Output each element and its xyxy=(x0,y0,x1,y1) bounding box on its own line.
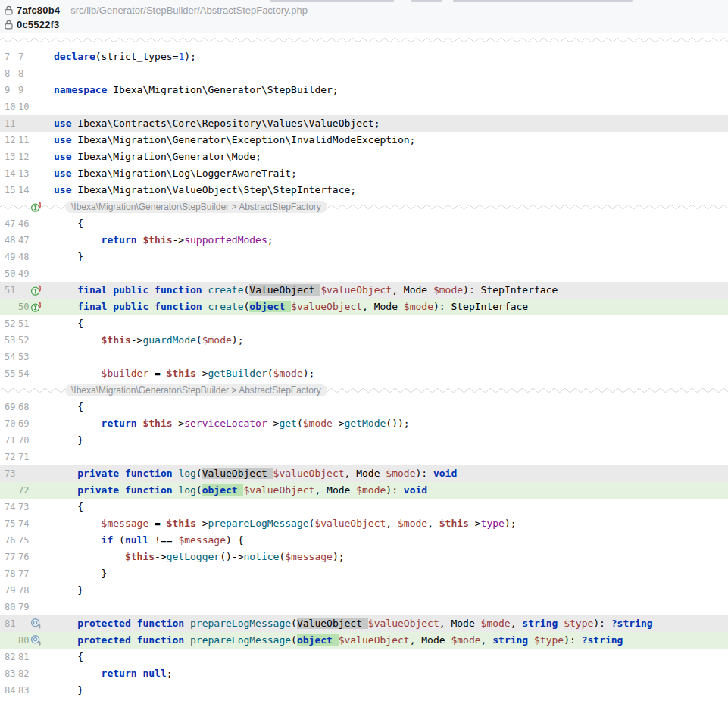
code-line[interactable]: { xyxy=(52,315,728,332)
code-line[interactable]: use Ibexa\Migration\Generator\Mode; xyxy=(52,149,728,165)
gutter-icon-slot xyxy=(30,499,52,515)
code-token: ) { xyxy=(226,534,243,546)
code-token: $this xyxy=(142,418,172,429)
code-line[interactable]: $this->getLogger()->notice($message); xyxy=(52,549,728,565)
new-line-number: 75 xyxy=(18,532,30,549)
code-line[interactable]: namespace Ibexa\Migration\Generator\Step… xyxy=(52,82,728,99)
gutter-icon-slot xyxy=(30,482,52,499)
gutter-icon-slot xyxy=(30,565,52,582)
old-line-number: 55 xyxy=(5,365,17,382)
new-line-number: 81 xyxy=(18,649,30,665)
diff-row: 80protected function prepareLogMessage(o… xyxy=(0,632,728,649)
code-token: } xyxy=(77,684,83,696)
code-line[interactable]: final public function create(ValueObject… xyxy=(52,282,728,299)
old-line-number: 74 xyxy=(5,499,17,515)
code-line[interactable]: { xyxy=(52,499,728,515)
code-token: } xyxy=(77,434,83,446)
code-line[interactable]: final public function create(object $val… xyxy=(52,299,728,315)
code-token: notice xyxy=(243,551,279,562)
diff-row: 1514use Ibexa\Migration\ValueObject\Step… xyxy=(0,182,728,199)
implements-icon[interactable] xyxy=(30,299,52,315)
diff-row: 1010 xyxy=(0,99,728,115)
code-line[interactable]: } xyxy=(52,249,728,265)
old-line-number: 82 xyxy=(5,649,17,665)
code-token: return xyxy=(102,668,137,679)
context-label[interactable]: \Ibexa\Migration\Generator\StepBuilder >… xyxy=(65,384,327,396)
code-line[interactable]: } xyxy=(52,582,728,599)
code-token: { xyxy=(77,401,83,412)
code-line[interactable] xyxy=(52,449,728,465)
code-line[interactable]: } xyxy=(52,432,728,449)
file-path: src/lib/Generator/StepBuilder/AbstractSt… xyxy=(70,5,308,16)
code-token: getMode xyxy=(345,418,386,429)
diff-row: 8382return null; xyxy=(0,665,728,682)
code-line[interactable]: return $this->serviceLocator->get($mode-… xyxy=(52,415,728,432)
code-line[interactable]: } xyxy=(52,565,728,582)
new-line-number: 78 xyxy=(18,582,30,599)
code-token: return xyxy=(102,418,137,429)
code-line[interactable]: if (null !== $message) { xyxy=(52,532,728,549)
context-label[interactable]: \Ibexa\Migration\Generator\StepBuilder >… xyxy=(65,201,327,213)
diff-row: 5049 xyxy=(0,265,728,282)
code-token: ()-> xyxy=(220,551,243,562)
old-line-number: 48 xyxy=(5,232,17,249)
code-line[interactable]: } xyxy=(52,682,728,699)
code-line[interactable]: { xyxy=(52,649,728,665)
new-line-number: 71 xyxy=(18,449,30,465)
new-line-number: 48 xyxy=(18,249,30,265)
code-line[interactable]: private function log(ValueObject $valueO… xyxy=(52,465,728,482)
old-line-number: 13 xyxy=(5,149,17,165)
old-line-number: 69 xyxy=(5,399,17,415)
overridden-icon[interactable] xyxy=(30,632,52,649)
code-line[interactable]: { xyxy=(52,215,728,232)
code-token: $message xyxy=(285,551,333,562)
code-line[interactable]: use Ibexa\Contracts\Core\Repository\Valu… xyxy=(52,115,728,132)
code-token: , Mode xyxy=(314,484,356,496)
code-line[interactable]: { xyxy=(52,399,728,415)
code-token: $message xyxy=(102,518,149,529)
old-line-number xyxy=(5,299,17,315)
code-line[interactable] xyxy=(52,265,728,282)
code-token: ( xyxy=(113,534,125,546)
code-token: function xyxy=(125,468,173,479)
new-line-number: 12 xyxy=(18,149,30,165)
code-token: -> xyxy=(131,334,143,346)
old-line-number: 9 xyxy=(5,82,17,99)
code-line[interactable]: return null; xyxy=(52,665,728,682)
code-line[interactable] xyxy=(52,349,728,365)
code-line[interactable]: protected function prepareLogMessage(Val… xyxy=(52,615,728,632)
diff-row: 7170} xyxy=(0,432,728,449)
code-token: private xyxy=(77,468,119,479)
code-line[interactable] xyxy=(52,65,728,82)
code-line[interactable]: return $this->supportedModes; xyxy=(52,232,728,249)
diff-row: 1211use Ibexa\Migration\Generator\Except… xyxy=(0,132,728,149)
code-line[interactable]: protected function prepareLogMessage(obj… xyxy=(52,632,728,649)
code-token: { xyxy=(77,217,83,229)
code-token: void xyxy=(404,484,427,496)
code-line[interactable]: declare(strict_types=1); xyxy=(52,49,728,65)
code-token: -> xyxy=(155,551,167,562)
code-line[interactable]: use Ibexa\Migration\Generator\Exception\… xyxy=(52,132,728,149)
code-line[interactable] xyxy=(52,99,728,115)
gutter-icon-slot xyxy=(30,415,52,432)
diff-row: 77declare(strict_types=1); xyxy=(0,49,728,65)
overridden-icon[interactable] xyxy=(30,615,52,632)
code-line[interactable]: $message = $this->prepareLogMessage($val… xyxy=(52,515,728,532)
code-line[interactable]: $builder = $this->getBuilder($mode); xyxy=(52,365,728,382)
implements-icon[interactable] xyxy=(30,201,42,216)
code-line[interactable]: private function log(object $valueObject… xyxy=(52,482,728,499)
code-line[interactable]: $this->guardMode($mode); xyxy=(52,332,728,349)
diff-row: 1312use Ibexa\Migration\Generator\Mode; xyxy=(0,149,728,165)
code-line[interactable]: use Ibexa\Migration\ValueObject\Step\Ste… xyxy=(52,182,728,199)
code-token xyxy=(528,634,534,646)
code-token xyxy=(184,634,190,646)
code-line[interactable] xyxy=(52,599,728,615)
code-token: -> xyxy=(267,418,280,429)
code-line[interactable]: use Ibexa\Migration\Log\LoggerAwareTrait… xyxy=(52,165,728,182)
gutter-icon-slot xyxy=(30,549,52,565)
code-token: type xyxy=(481,518,505,529)
code-token: $valueObject xyxy=(291,301,362,312)
implements-icon[interactable] xyxy=(30,282,52,299)
code-token: $type xyxy=(534,634,564,646)
code-token: { xyxy=(77,501,83,512)
